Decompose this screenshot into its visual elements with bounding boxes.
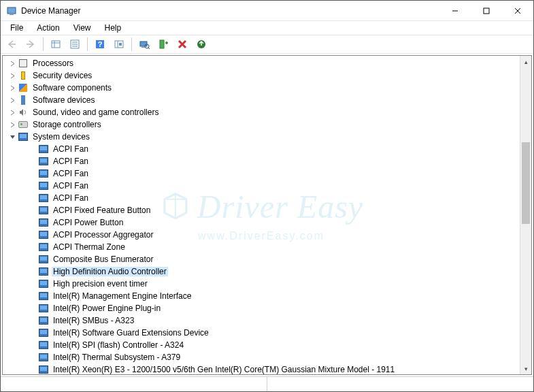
device-node[interactable]: ACPI Processor Aggregator xyxy=(3,229,520,241)
device-node[interactable]: High Definition Audio Controller xyxy=(3,265,520,278)
svg-rect-1 xyxy=(10,14,14,15)
sec-icon xyxy=(18,70,29,81)
menubar: File Action View Help xyxy=(1,21,533,35)
menu-action[interactable]: Action xyxy=(31,22,65,33)
svg-rect-22 xyxy=(160,40,164,48)
menu-file[interactable]: File xyxy=(5,22,29,33)
stor-icon xyxy=(18,119,29,130)
device-node[interactable]: ACPI Fan xyxy=(3,180,520,192)
category-label: Processors xyxy=(31,59,75,68)
sys-icon xyxy=(38,242,49,252)
expander-icon[interactable] xyxy=(7,122,18,128)
device-label: ACPI Thermal Zone xyxy=(52,242,127,252)
svg-rect-3 xyxy=(484,8,489,14)
device-node[interactable]: Intel(R) Xeon(R) E3 - 1200/1500 v5/6th G… xyxy=(3,363,520,374)
minimize-button[interactable] xyxy=(439,1,471,20)
svg-rect-17 xyxy=(119,43,122,46)
device-label: ACPI Processor Aggregator xyxy=(52,230,154,240)
device-label: ACPI Fan xyxy=(52,169,90,178)
category-node[interactable]: Storage controllers xyxy=(3,118,520,131)
soft-icon xyxy=(18,82,29,93)
device-node[interactable]: Intel(R) SPI (flash) Controller - A324 xyxy=(3,339,520,351)
category-label: Sound, video and game controllers xyxy=(31,108,160,117)
vertical-scrollbar[interactable]: ▴ ▾ xyxy=(520,56,531,374)
uninstall-button[interactable] xyxy=(174,37,190,52)
device-label: ACPI Fan xyxy=(52,193,90,203)
device-node[interactable]: Intel(R) Management Engine Interface xyxy=(3,290,520,302)
statusbar xyxy=(1,376,533,391)
device-node[interactable]: Intel(R) SMBus - A323 xyxy=(3,314,520,327)
expander-icon[interactable] xyxy=(7,85,18,91)
category-node[interactable]: Software devices xyxy=(3,94,520,106)
expander-icon[interactable] xyxy=(7,61,18,67)
device-node[interactable]: ACPI Fan xyxy=(3,192,520,204)
device-node[interactable]: ACPI Fan xyxy=(3,155,520,167)
expander-icon[interactable] xyxy=(7,73,18,79)
scan-hardware-button[interactable] xyxy=(136,37,152,52)
expander-icon[interactable] xyxy=(7,97,18,103)
device-node[interactable]: ACPI Thermal Zone xyxy=(3,241,520,253)
category-node[interactable]: Software components xyxy=(3,82,520,94)
svg-line-21 xyxy=(148,48,150,49)
app-icon xyxy=(6,5,17,16)
sys-icon xyxy=(38,340,49,350)
expander-icon[interactable] xyxy=(7,134,18,140)
device-node[interactable]: Intel(R) Software Guard Extensions Devic… xyxy=(3,327,520,339)
svg-text:?: ? xyxy=(98,40,103,48)
cpu-icon xyxy=(18,58,29,69)
update-driver-button[interactable] xyxy=(193,37,210,52)
toolbar-separator xyxy=(131,37,132,51)
scroll-up-icon[interactable]: ▴ xyxy=(520,56,531,67)
sys-icon xyxy=(38,303,49,314)
sys-icon xyxy=(38,180,49,191)
sys-icon xyxy=(18,131,29,142)
help-button[interactable]: ? xyxy=(92,37,108,52)
category-label: Software components xyxy=(31,83,113,93)
device-label: ACPI Fan xyxy=(52,157,90,166)
device-node[interactable]: ACPI Fixed Feature Button xyxy=(3,204,520,216)
close-button[interactable] xyxy=(502,1,533,20)
sys-icon xyxy=(38,229,49,240)
category-label: Software devices xyxy=(31,95,96,105)
device-label: High Definition Audio Controller xyxy=(52,267,168,276)
sys-icon xyxy=(38,168,49,179)
device-label: Intel(R) SPI (flash) Controller - A324 xyxy=(52,340,185,350)
sys-icon xyxy=(38,327,49,338)
sys-icon xyxy=(38,364,49,374)
status-pane xyxy=(1,377,267,391)
scroll-track[interactable] xyxy=(520,67,531,363)
menu-help[interactable]: Help xyxy=(99,22,127,33)
show-hidden-button[interactable] xyxy=(48,37,64,52)
device-node[interactable]: ACPI Fan xyxy=(3,143,520,155)
device-node[interactable]: Intel(R) Thermal Subsystem - A379 xyxy=(3,351,520,363)
device-node[interactable]: Composite Bus Enumerator xyxy=(3,253,520,265)
device-node[interactable]: ACPI Fan xyxy=(3,167,520,180)
scroll-thumb[interactable] xyxy=(522,142,530,224)
maximize-button[interactable] xyxy=(471,1,502,20)
properties-button[interactable] xyxy=(67,37,83,52)
action-button[interactable] xyxy=(111,37,127,52)
window-title: Device Manager xyxy=(21,6,439,16)
svg-rect-18 xyxy=(140,42,147,46)
device-tree[interactable]: Driver Easy www.DriverEasy.com Processor… xyxy=(3,56,520,374)
category-node[interactable]: Security devices xyxy=(3,69,520,82)
forward-button[interactable] xyxy=(22,37,39,52)
scroll-down-icon[interactable]: ▾ xyxy=(520,363,531,374)
category-node[interactable]: Sound, video and game controllers xyxy=(3,106,520,118)
category-node[interactable]: Processors xyxy=(3,57,520,69)
back-button[interactable] xyxy=(3,37,20,52)
device-node[interactable]: Intel(R) Power Engine Plug-in xyxy=(3,302,520,314)
device-label: Intel(R) Software Guard Extensions Devic… xyxy=(52,328,210,338)
device-label: ACPI Fan xyxy=(52,144,90,154)
content-area: Driver Easy www.DriverEasy.com Processor… xyxy=(2,55,532,375)
expander-icon[interactable] xyxy=(7,110,18,116)
device-node[interactable]: ACPI Power Button xyxy=(3,216,520,229)
snd-icon xyxy=(18,107,29,118)
device-label: High precision event timer xyxy=(52,279,149,289)
menu-view[interactable]: View xyxy=(68,22,97,33)
add-legacy-button[interactable] xyxy=(155,37,171,52)
category-node[interactable]: System devices xyxy=(3,131,520,143)
category-label: System devices xyxy=(31,132,91,142)
device-node[interactable]: High precision event timer xyxy=(3,278,520,290)
sys-icon xyxy=(38,193,49,203)
